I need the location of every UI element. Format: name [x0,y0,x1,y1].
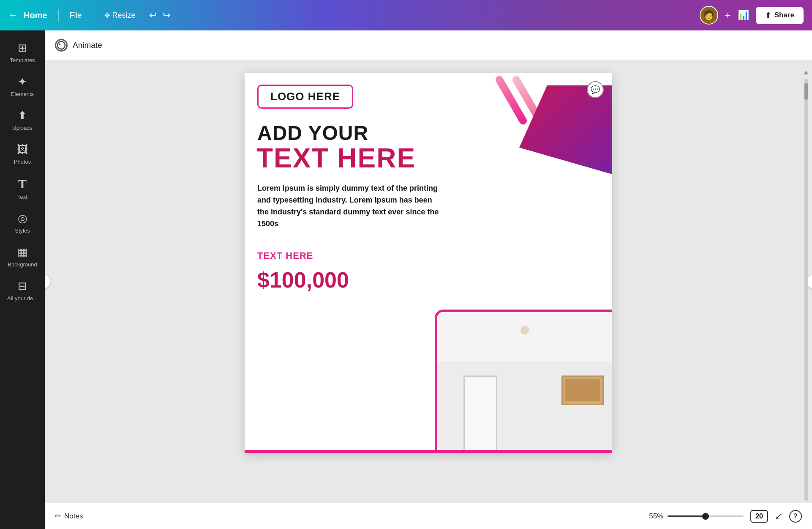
sidebar-item-all-designs[interactable]: ⊟ All your de... [0,274,45,306]
resize-nav-item[interactable]: ✥ Resize [104,11,136,20]
animate-bar: Animate [45,30,812,60]
canvas-pink-bottom-bar [245,450,612,453]
zoom-percent: 55% [649,512,663,521]
main-layout: ⊞ Templates ✦ Elements ⬆ Uploads 🖼 Photo… [0,30,812,529]
nav-right-group: 🧑 + 📊 ⬆ Share [700,6,804,25]
nav-left-group: ← Home File ✥ Resize ↩ ↪ [8,8,172,22]
room-picture-inner [565,379,600,401]
scroll-thumb[interactable] [804,83,808,100]
zoom-slider-fill [668,515,706,517]
sidebar-item-styles[interactable]: ◎ Styles [0,206,45,238]
page-indicator: 20 [750,510,768,523]
sidebar-item-text[interactable]: T Text [0,171,45,204]
scroll-track [804,79,808,501]
canvas-body-text[interactable]: Lorem Ipsum is simply dummy text of the … [257,183,439,230]
canvas-chat-icon[interactable]: 💬 [587,81,604,98]
nav-divider2 [93,9,93,22]
templates-icon: ⊞ [18,41,27,55]
notes-icon: ✏ [55,512,61,521]
redo-button[interactable]: ↪ [161,8,172,22]
canvas-scroll-area: ‹ LOGO HERE 💬 ADD YOUR TEXT HERE [45,60,812,503]
canvas-price[interactable]: $100,000 [257,267,349,293]
uploads-icon: ⬆ [18,109,27,122]
sidebar-item-photos[interactable]: 🖼 Photos [0,137,45,169]
share-button[interactable]: ⬆ Share [756,7,804,24]
room-ceiling [437,312,612,362]
canvas-heading-1[interactable]: ADD YOUR [257,121,368,145]
top-navbar: ← Home File ✥ Resize ↩ ↪ 🧑 + 📊 ⬆ Share [0,0,812,30]
zoom-slider-thumb[interactable] [702,513,709,520]
animate-label[interactable]: Animate [73,41,102,50]
sidebar-item-background[interactable]: ▦ Background [0,240,45,272]
avatar[interactable]: 🧑 [700,6,718,25]
deco-magenta-diamond [519,85,612,174]
sidebar-item-label: Uploads [12,125,33,131]
share-icon: ⬆ [765,11,771,20]
styles-icon: ◎ [18,212,27,225]
background-icon: ▦ [17,246,28,259]
canvas-image-area [435,310,612,453]
sidebar-item-label: Styles [15,227,30,234]
home-nav-item[interactable]: Home [24,11,47,20]
scroll-up-arrow[interactable]: ▲ [803,69,809,76]
sidebar-item-label: Templates [10,57,35,63]
canvas-area-wrapper: Animate ‹ LOGO HERE 💬 ADD YOUR [45,30,812,529]
zoom-slider-track[interactable] [668,515,744,517]
canvas-text-link[interactable]: TEXT HERE [257,250,313,261]
canvas-heading-2[interactable]: TEXT HERE [256,143,416,174]
zoom-control: 55% [649,512,744,521]
design-canvas[interactable]: LOGO HERE 💬 ADD YOUR TEXT HERE Lorem Ips… [245,73,612,453]
help-button[interactable]: ? [789,510,802,523]
room-ceiling-light [520,326,529,334]
bottom-bar: ✏ Notes 55% 20 ⤢ ? [45,503,812,529]
undo-redo-group: ↩ ↪ [147,8,172,22]
text-icon: T [18,177,27,191]
room-interior-image [437,312,612,453]
sidebar-item-label: Photos [14,159,31,165]
add-button[interactable]: + [725,9,731,21]
svg-point-1 [59,44,60,45]
stats-icon[interactable]: 📊 [738,10,749,21]
resize-icon: ✥ [104,11,110,19]
room-door [463,376,497,453]
page-number-box[interactable]: 20 [750,510,768,523]
avatar-image: 🧑 [700,7,717,24]
sidebar-item-label: All your de... [7,295,38,302]
file-nav-item[interactable]: File [70,11,82,20]
back-button[interactable]: ← [8,10,18,21]
sidebar-item-label: Elements [11,91,34,97]
canvas-nav-left[interactable]: ‹ [45,275,50,288]
sidebar-item-uploads[interactable]: ⬆ Uploads [0,103,45,135]
notes-button[interactable]: ✏ Notes [55,512,83,521]
animate-circle-icon [55,39,68,52]
sidebar-item-label: Background [8,261,37,268]
elements-icon: ✦ [18,75,27,88]
all-designs-icon: ⊟ [18,280,27,293]
notes-label: Notes [64,512,83,521]
expand-button[interactable]: ⤢ [775,511,782,522]
sidebar-item-label: Text [17,194,27,200]
sidebar-item-templates[interactable]: ⊞ Templates [0,36,45,68]
svg-point-0 [57,41,65,49]
undo-button[interactable]: ↩ [147,8,158,22]
sidebar-item-elements[interactable]: ✦ Elements [0,69,45,101]
nav-divider [58,9,59,22]
left-sidebar: ⊞ Templates ✦ Elements ⬆ Uploads 🖼 Photo… [0,30,45,529]
photos-icon: 🖼 [17,143,28,156]
canvas-vertical-scrollbar[interactable]: ▲ ▼ [804,69,809,503]
canvas-logo-box[interactable]: LOGO HERE [257,85,353,109]
deco-stripe-1 [494,74,529,126]
room-picture-frame [561,376,604,405]
